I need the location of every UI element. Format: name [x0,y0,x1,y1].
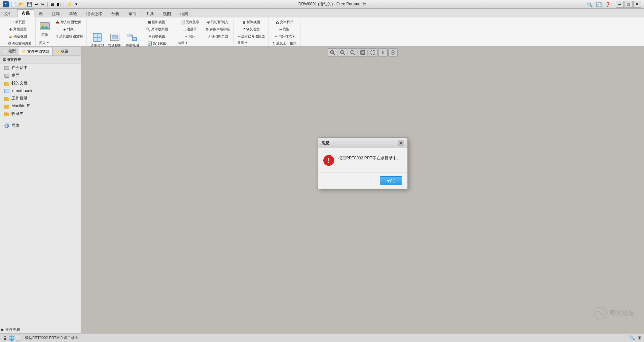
manikin-icon: MK [4,104,9,109]
dropdown-icon[interactable]: ▼ [74,2,79,6]
page-setup-button[interactable]: ⚙ 页面设置 [2,26,33,33]
restore-view-button[interactable]: ↺ 恢复视图 [236,26,266,33]
convert-icon: ⚙ [206,27,209,32]
image-button[interactable]: 图像 [38,19,52,39]
tab-favorites[interactable]: ⭐ 收藏 [52,47,71,55]
component-display-button[interactable]: ⬜ 元件显示 [176,19,203,26]
lock-view-button[interactable]: 🔒 锁定视图 [2,33,33,40]
save-icon[interactable]: 💾 [26,2,33,7]
folder-manikin[interactable]: MK Manikin 库 [0,102,81,110]
tab-view[interactable]: 视图 [158,10,175,17]
modal-ok-button[interactable]: 确定 [380,176,402,185]
modal-close-button[interactable]: ✕ [398,140,404,146]
ribbon-group-edit: ⬜ 元件显示 ▭ 边显示 → 箭头 [174,18,234,46]
ribbon-content: 📄 新页面 ⚙ 页面设置 🔒 锁定视图 ↔ [0,17,644,46]
copy-from-button[interactable]: 📋 从其他绘图复制 [52,33,84,40]
config-icon[interactable]: ⚡ [66,2,73,7]
desktop-icon [4,73,9,78]
tab-layout[interactable]: 布局 [17,9,34,17]
aux-view-button[interactable]: ↗ 辅助视图 [141,33,172,40]
folder-documents[interactable]: 我的文档 [0,79,81,87]
tab-model[interactable]: ⬜ 模型 [0,47,19,55]
folder-desktop[interactable]: 桌面 [0,72,81,79]
arrow-style-button[interactable]: → 箭头样式 ▼ [271,33,298,40]
title-bar: C 📄 📂 💾 ↩ ↪ ⊞ ◧ ⚡ ▼ DRW0001 (活动的) - Creo… [0,0,644,9]
edge-display-button[interactable]: ▭ 边显示 [176,26,203,33]
status-icon2: 🌐 [9,335,14,341]
tab-file[interactable]: 文件 [0,10,17,17]
repeat-format-button[interactable]: ↻ 重复上一格式 [271,40,298,47]
new-page-button[interactable]: 📄 新页面 [2,19,33,26]
erase-view-button[interactable]: 🗑 拭除视图 [236,19,266,26]
new-icon[interactable]: 📄 [10,2,17,7]
line-style-button[interactable]: ─ 线型 [271,26,298,33]
workdir-icon: W [4,96,9,101]
display-expand-icon[interactable]: ▼ [245,41,248,44]
arrow-button[interactable]: → 箭头 [176,33,203,40]
folder-favorites[interactable]: 收藏夹 [0,110,81,118]
tab-analysis[interactable]: 分析 [107,10,124,17]
projection-view-button[interactable]: ⊞ 投影视图 [141,19,172,26]
maximize-button[interactable]: □ [624,1,633,8]
status-icon3: ⬜ [16,335,22,341]
folder-workdir[interactable]: W 工作目录 [0,94,81,102]
view-icon2[interactable]: ◧ [56,2,61,7]
modal-title: 消息 [321,140,329,146]
section-fill-button[interactable]: ⊘ 剖切面/填充 [204,19,231,26]
move-copy-button[interactable]: ↔ 移动或复制页面 [2,40,33,47]
tab-sketch[interactable]: 草绘 [65,10,81,17]
tab-inherit[interactable]: 继承迁移 [82,10,107,17]
ribbon-group-display: 🗑 拭除视图 ↺ 恢复视图 ✏ 显示已修改的边 显 [234,18,269,46]
tab-annotation[interactable]: 注释 [47,10,64,17]
arrow-style-expand[interactable]: ▼ [292,35,295,38]
import-drawing-button[interactable]: 📥 导入绘图/数据 [52,19,84,26]
line-style-icon: ─ [280,27,282,31]
folder-network[interactable]: 网络 [0,122,81,129]
workdir-label: 工作目录 [11,96,28,101]
insert-expand-icon[interactable]: ▼ [46,41,49,44]
minimize-button[interactable]: ─ [616,1,624,8]
view-icon1[interactable]: ⊞ [50,2,55,7]
show-modified-button[interactable]: ✏ 显示已修改的边 [236,33,266,40]
folder-session[interactable]: 在会话中 [0,64,81,72]
svg-rect-11 [5,69,8,70]
image-label: 图像 [41,33,48,37]
new-page-icon: 📄 [10,21,14,24]
close-button[interactable]: ✕ [633,1,641,8]
tab-file-browser[interactable]: 📁 文件夹浏览器 [19,47,52,55]
session-icon [4,65,9,71]
tab-tools[interactable]: 工具 [141,10,158,17]
folder-tree-button[interactable]: ▶ 文件夹树 [0,326,81,333]
ribbon-group-format: A 文本样式 ─ 线型 → 箭头样式 ▼ ↻ [269,18,300,46]
desktop-label: 桌面 [11,73,20,78]
ribbon-group-document: 📄 新页面 ⚙ 页面设置 🔒 锁定视图 ↔ [0,18,36,46]
edge-icon: ▭ [183,27,186,32]
undo-icon[interactable]: ↩ [34,2,39,7]
modal-footer: 确定 [318,173,407,189]
tab-review[interactable]: 审阅 [124,10,141,17]
status-right: 🔍 ⊞ [630,335,641,340]
rotate-view-button[interactable]: 🔄 旋转视图 [141,40,172,47]
model-tab-label: 模型 [8,49,16,54]
ribbon-tab-bar: 文件 布局 表 注释 草绘 继承迁移 分析 审阅 工具 视图 框架 [0,9,644,17]
app-body: ⬜ 模型 📁 文件夹浏览器 ⭐ 收藏 常用文件夹 在会话中 [0,47,644,333]
tab-framework[interactable]: 框架 [176,10,192,17]
help-icon[interactable]: ❓ [604,2,612,7]
convert-drawing-button[interactable]: ⚙ 转换为绘制组 [204,26,231,33]
redo-icon[interactable]: ↪ [40,2,45,7]
tab-table[interactable]: 表 [34,10,47,17]
move-to-page-button[interactable]: ↗ 移动到页面 [204,33,231,40]
favorites-label: 收藏 [61,49,68,54]
sync-icon[interactable]: 🔄 [595,2,603,7]
favorites-icon [4,111,9,117]
partial-view-button[interactable]: 🔍 局部放大图 [141,26,172,33]
text-style-icon: A [276,20,279,25]
text-style-button[interactable]: A 文本样式 [271,19,298,26]
search-icon[interactable]: 🔍 [585,2,594,7]
ribbon: 文件 布局 表 注释 草绘 继承迁移 分析 审阅 工具 视图 框架 📄 新页面 [0,9,644,47]
folder-notebook[interactable]: xl-notebook [0,87,81,94]
open-icon[interactable]: 📂 [18,2,25,7]
edit-expand-icon[interactable]: ▼ [185,41,188,44]
general-view-icon [109,32,120,43]
object-button[interactable]: ◈ 对象 [52,26,84,33]
